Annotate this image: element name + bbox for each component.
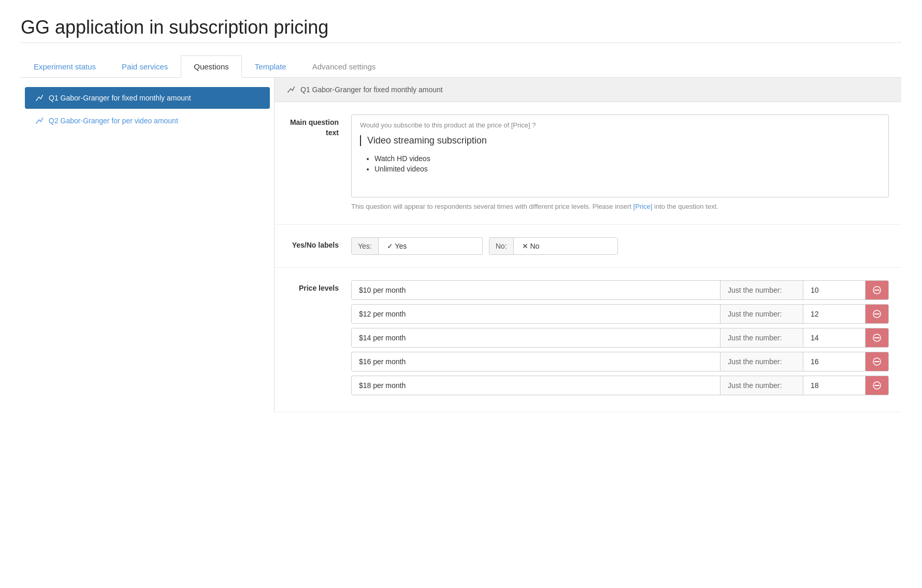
no-item: No: ✕ No: [489, 237, 618, 255]
price-level-row-1: $10 per month Just the number: 10: [351, 280, 889, 300]
price-level-label-2[interactable]: $12 per month: [352, 305, 721, 323]
price-level-value-3[interactable]: 14: [803, 328, 866, 347]
main-question-label: Main question text: [287, 114, 339, 138]
tabs-container: Experiment status Paid services Question…: [21, 55, 901, 78]
no-input[interactable]: ✕ No: [514, 238, 617, 254]
bullet-2: Unlimited videos: [374, 165, 880, 173]
price-levels-label: Price levels: [287, 280, 339, 294]
price-levels-section: Price levels $10 per month Just the numb…: [275, 268, 901, 412]
price-level-type-3: Just the number:: [721, 328, 803, 347]
question-header: Q1 Gabor-Granger for fixed monthly amoun…: [275, 78, 901, 102]
question-body-text: Video streaming subscription: [360, 135, 880, 146]
yesno-section: Yes/No labels Yes: ✓ Yes No: ✕ No: [275, 225, 901, 268]
price-link: [Price]: [633, 203, 653, 210]
gabor-granger-icon-2: [35, 116, 45, 125]
page-container: GG application in subscription pricing E…: [0, 0, 922, 429]
question-prompt: Would you subscribe to this product at t…: [360, 121, 880, 129]
yes-input[interactable]: ✓ Yes: [379, 238, 482, 254]
question-content-box[interactable]: Would you subscribe to this product at t…: [351, 114, 889, 197]
question-hint-text: This question will appear to respondents…: [351, 202, 889, 212]
main-question-section: Main question text Would you subscribe t…: [275, 102, 901, 225]
price-level-row-3: $14 per month Just the number: 14: [351, 328, 889, 348]
price-level-label-3[interactable]: $14 per month: [352, 328, 721, 347]
page-title: GG application in subscription pricing: [21, 17, 901, 38]
price-level-label-5[interactable]: $18 per month: [352, 376, 721, 395]
question-header-label: Q1 Gabor-Granger for fixed monthly amoun…: [300, 85, 443, 94]
price-level-delete-4[interactable]: [866, 352, 888, 371]
tab-questions[interactable]: Questions: [181, 55, 242, 78]
price-levels-field: $10 per month Just the number: 10 $12 pe…: [351, 280, 889, 399]
minus-circle-icon: [873, 357, 881, 366]
sidebar-item-q1[interactable]: Q1 Gabor-Granger for fixed monthly amoun…: [25, 87, 270, 109]
yesno-label: Yes/No labels: [287, 237, 339, 251]
price-level-label-4[interactable]: $16 per month: [352, 352, 721, 371]
tab-experiment-status[interactable]: Experiment status: [21, 55, 109, 77]
no-prefix: No:: [489, 238, 514, 254]
price-level-value-1[interactable]: 10: [803, 281, 866, 299]
price-level-type-4: Just the number:: [721, 352, 803, 371]
price-level-row-5: $18 per month Just the number: 18: [351, 376, 889, 395]
minus-circle-icon: [873, 286, 881, 294]
price-level-type-1: Just the number:: [721, 281, 803, 299]
sidebar: Q1 Gabor-Granger for fixed monthly amoun…: [21, 78, 275, 412]
minus-circle-icon: [873, 334, 881, 342]
question-header-icon: [287, 85, 296, 94]
yes-prefix: Yes:: [352, 238, 379, 254]
price-level-label-1[interactable]: $10 per month: [352, 281, 721, 299]
tab-template[interactable]: Template: [242, 55, 299, 77]
price-level-row-4: $16 per month Just the number: 16: [351, 352, 889, 371]
tab-paid-services[interactable]: Paid services: [109, 55, 181, 77]
price-level-type-5: Just the number:: [721, 376, 803, 395]
yesno-field: Yes: ✓ Yes No: ✕ No: [351, 237, 889, 255]
price-level-delete-3[interactable]: [866, 328, 888, 347]
price-levels-list: $10 per month Just the number: 10 $12 pe…: [351, 280, 889, 399]
minus-circle-icon: [873, 381, 881, 390]
price-level-delete-5[interactable]: [866, 376, 888, 395]
price-level-value-2[interactable]: 12: [803, 305, 866, 323]
gabor-granger-icon: [35, 93, 45, 103]
tab-advanced-settings[interactable]: Advanced settings: [299, 55, 389, 77]
sidebar-item-q2[interactable]: Q2 Gabor-Granger for per video amount: [25, 110, 270, 132]
main-layout: Q1 Gabor-Granger for fixed monthly amoun…: [21, 78, 901, 412]
sidebar-q2-label: Q2 Gabor-Granger for per video amount: [49, 117, 178, 125]
price-level-delete-1[interactable]: [866, 281, 888, 299]
price-level-value-5[interactable]: 18: [803, 376, 866, 395]
price-level-value-4[interactable]: 16: [803, 352, 866, 371]
yesno-row: Yes: ✓ Yes No: ✕ No: [351, 237, 889, 255]
price-level-delete-2[interactable]: [866, 305, 888, 323]
content-area: Q1 Gabor-Granger for fixed monthly amoun…: [275, 78, 901, 412]
yes-item: Yes: ✓ Yes: [351, 237, 483, 255]
sidebar-q1-label: Q1 Gabor-Granger for fixed monthly amoun…: [49, 94, 191, 102]
price-level-type-2: Just the number:: [721, 305, 803, 323]
minus-circle-icon: [873, 310, 881, 318]
price-level-row-2: $12 per month Just the number: 12: [351, 304, 889, 324]
main-question-field: Would you subscribe to this product at t…: [351, 114, 889, 212]
question-bullets: Watch HD videos Unlimited videos: [360, 154, 880, 173]
bullet-1: Watch HD videos: [374, 154, 880, 163]
title-divider: [21, 42, 901, 43]
